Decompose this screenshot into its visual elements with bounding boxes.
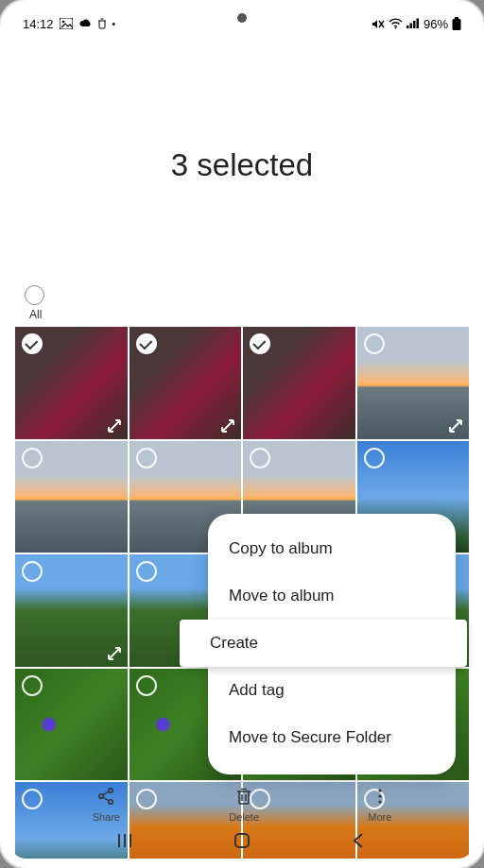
share-label: Share <box>93 811 120 823</box>
menu-item-move-to-album[interactable]: Move to album <box>208 572 456 620</box>
select-circle[interactable] <box>22 561 43 582</box>
svg-point-1 <box>61 21 64 24</box>
wifi-icon <box>389 18 403 29</box>
checkmark-icon[interactable] <box>22 333 43 354</box>
menu-item-create[interactable]: Create <box>180 620 467 667</box>
more-button[interactable]: More <box>368 787 391 823</box>
photo-thumbnail[interactable] <box>15 554 128 667</box>
menu-item-copy-to-album[interactable]: Copy to album <box>208 525 456 572</box>
select-all-circle[interactable] <box>25 285 44 305</box>
context-menu: Copy to albumMove to albumCreateAdd tagM… <box>208 514 456 774</box>
svg-rect-7 <box>455 17 458 19</box>
share-button[interactable]: Share <box>93 787 120 823</box>
svg-rect-0 <box>60 18 73 29</box>
svg-rect-3 <box>406 26 409 28</box>
phone-frame: 14:12 • 96% <box>0 0 484 868</box>
select-circle[interactable] <box>136 448 157 468</box>
photo-thumbnail[interactable] <box>15 327 128 439</box>
svg-point-9 <box>99 794 103 798</box>
svg-rect-15 <box>235 834 249 847</box>
select-circle[interactable] <box>364 333 385 354</box>
trash-small-icon <box>97 18 107 29</box>
svg-point-11 <box>109 800 112 804</box>
photo-thumbnail[interactable] <box>15 441 128 553</box>
select-all-label: All <box>29 308 475 321</box>
more-label: More <box>368 811 391 823</box>
delete-button[interactable]: Delete <box>229 787 259 823</box>
photo-thumbnail[interactable] <box>15 669 128 781</box>
cloud-icon <box>78 18 92 29</box>
more-icon <box>371 787 389 809</box>
svg-point-12 <box>378 789 381 791</box>
checkmark-icon[interactable] <box>136 333 157 354</box>
expand-icon <box>107 418 122 434</box>
svg-rect-6 <box>416 19 419 29</box>
svg-point-13 <box>378 794 381 797</box>
battery-icon <box>452 17 461 30</box>
select-circle[interactable] <box>136 561 157 582</box>
photo-thumbnail[interactable] <box>357 327 470 439</box>
svg-point-10 <box>109 789 112 792</box>
back-button[interactable] <box>350 832 369 853</box>
checkmark-icon[interactable] <box>250 333 270 354</box>
signal-icon <box>406 18 420 29</box>
select-circle[interactable] <box>22 675 43 696</box>
menu-item-move-to-secure-folder[interactable]: Move to Secure Folder <box>208 714 456 761</box>
select-circle[interactable] <box>250 448 270 468</box>
svg-point-2 <box>394 27 396 29</box>
page-title: 3 selected <box>9 147 475 183</box>
svg-rect-4 <box>409 24 412 29</box>
home-button[interactable] <box>233 832 251 853</box>
mute-icon <box>372 18 385 30</box>
photo-thumbnail[interactable] <box>243 327 355 439</box>
status-time: 14:12 <box>23 17 54 31</box>
delete-label: Delete <box>229 811 259 823</box>
camera-notch <box>237 13 247 23</box>
expand-icon <box>448 418 463 434</box>
svg-rect-8 <box>453 19 461 30</box>
recents-button[interactable] <box>115 832 134 853</box>
select-circle[interactable] <box>22 448 43 468</box>
select-circle[interactable] <box>364 448 385 468</box>
image-icon <box>60 18 73 29</box>
expand-icon <box>220 418 235 434</box>
dot-icon: • <box>112 19 116 29</box>
menu-item-add-tag[interactable]: Add tag <box>208 667 456 714</box>
system-nav-bar <box>9 832 475 853</box>
svg-point-14 <box>378 800 381 803</box>
expand-icon <box>107 646 122 661</box>
svg-rect-5 <box>413 21 416 28</box>
share-icon <box>96 787 115 809</box>
photo-thumbnail[interactable] <box>130 327 242 439</box>
bottom-action-bar: Share Delete More <box>9 787 475 823</box>
select-circle[interactable] <box>136 675 157 696</box>
select-all-toggle[interactable]: All <box>9 285 475 321</box>
trash-icon <box>234 787 253 809</box>
status-battery-pct: 96% <box>424 17 448 31</box>
